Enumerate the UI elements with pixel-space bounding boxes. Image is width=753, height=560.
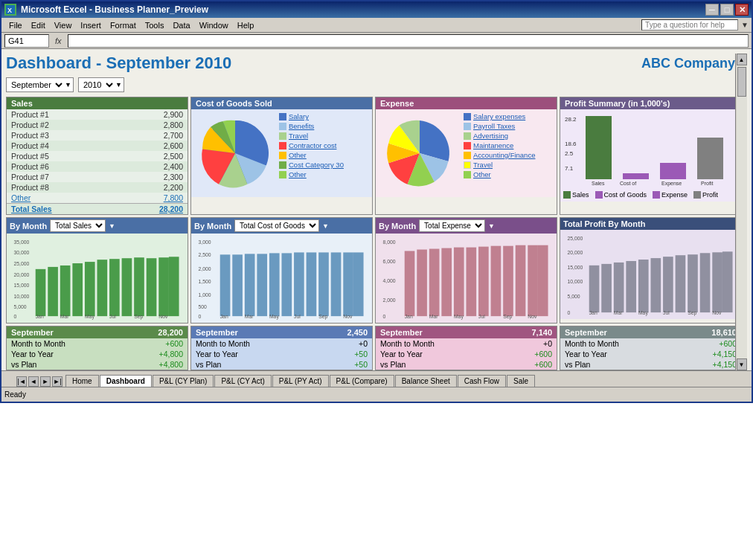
menu-format[interactable]: Format: [106, 20, 141, 30]
exp-legend-accounting[interactable]: Accounting/Finance: [464, 151, 535, 159]
svg-text:Sep: Sep: [318, 314, 327, 320]
legend-travel[interactable]: Travel: [279, 132, 344, 140]
exp-legend-salary[interactable]: Salary expenses: [464, 112, 535, 120]
cell-reference[interactable]: [4, 34, 49, 48]
sales-summary-row-2: Year to Year +4,800: [7, 349, 188, 359]
legend-other1[interactable]: Other: [279, 151, 344, 159]
svg-rect-54: [294, 252, 304, 316]
expense-summary-header: September 7,140: [376, 326, 557, 338]
help-area: ▼: [641, 19, 749, 30]
legend-contractor[interactable]: Contractor cost: [279, 141, 344, 149]
cogs-bar-chart-svg: 3,000 2,500 2,000 1,500 1,000 500 0: [194, 236, 369, 320]
tab-balance-sheet[interactable]: Balance Sheet: [395, 375, 457, 387]
by-month-sales-dropdown[interactable]: Total Sales: [50, 219, 106, 232]
cogs-chart-area-bar: 3,000 2,500 2,000 1,500 1,000 500 0: [191, 234, 372, 323]
svg-text:20,000: 20,000: [568, 250, 583, 255]
tab-pl-py-act[interactable]: P&L (PY Act): [272, 375, 329, 387]
legend-salary[interactable]: Salary: [279, 112, 344, 120]
legend-benefits[interactable]: Benefits: [279, 122, 344, 130]
help-input[interactable]: [641, 19, 738, 30]
tab-prev-button[interactable]: ◄: [28, 376, 39, 387]
svg-rect-25: [60, 265, 71, 316]
maximize-button[interactable]: □: [720, 4, 734, 16]
exp-legend-advertising[interactable]: Advertising: [464, 132, 535, 140]
by-month-cogs-panel: By Month Total Cost of Goods ▼ 3,000 2,5…: [190, 217, 373, 324]
svg-rect-33: [158, 257, 169, 316]
by-month-profit-label: Total Profit By Month: [563, 219, 645, 228]
menu-view[interactable]: View: [50, 20, 77, 30]
menu-file[interactable]: File: [4, 20, 27, 30]
svg-text:500: 500: [199, 304, 208, 309]
svg-text:Expense: Expense: [661, 181, 682, 187]
svg-text:Mar: Mar: [245, 314, 254, 319]
profit-summary-month: September: [565, 328, 607, 337]
svg-rect-75: [454, 248, 464, 317]
svg-rect-77: [478, 247, 489, 316]
tab-sale[interactable]: Sale: [507, 375, 535, 387]
svg-text:2,000: 2,000: [199, 266, 211, 271]
tab-home[interactable]: Home: [65, 375, 99, 387]
menu-insert[interactable]: Insert: [76, 20, 106, 30]
window-title: Microsoft Excel - Business Planner_Previ…: [21, 4, 208, 15]
profit-legend: Sales Cost of Goods Expense Profit: [563, 191, 735, 199]
year-select[interactable]: 201020092011: [79, 80, 115, 90]
exp-legend-travel[interactable]: Travel: [464, 161, 535, 169]
menu-tools[interactable]: Tools: [141, 20, 169, 30]
exp-legend-payroll[interactable]: Payroll Taxes: [464, 122, 535, 130]
vertical-scrollbar[interactable]: ▲ ▼: [735, 54, 747, 370]
by-month-profit-header: Total Profit By Month: [560, 218, 735, 230]
by-month-cogs-dropdown[interactable]: Total Cost of Goods: [234, 219, 319, 232]
cogs-panel: Cost of Goods Sold: [190, 97, 373, 215]
svg-text:May: May: [638, 310, 648, 316]
month-dropdown[interactable]: September JanuaryFebruaryMarch AprilMayJ…: [6, 77, 74, 92]
sales-row-2: Product #22,800: [7, 120, 188, 130]
tab-pl-cy-act[interactable]: P&L (CY Act): [214, 375, 271, 387]
cogs-chart-area: Salary Benefits Travel Contractor cost O…: [191, 109, 372, 197]
year-dropdown[interactable]: 201020092011 ▼: [78, 77, 124, 92]
sales-panel: Sales Product #12,900 Product #22,800 Pr…: [6, 97, 188, 215]
scroll-up-button[interactable]: ▲: [737, 54, 747, 65]
tab-cash-flow[interactable]: Cash Flow: [458, 375, 506, 387]
svg-rect-9: [660, 163, 686, 179]
tab-navigation: |◄ ◄ ► ►|: [16, 376, 63, 387]
svg-rect-58: [343, 252, 353, 316]
tab-first-button[interactable]: |◄: [16, 376, 27, 387]
tab-next-button[interactable]: ►: [40, 376, 51, 387]
exp-legend-maintenance[interactable]: Maintanence: [464, 141, 535, 149]
profit-legend-sales: Sales: [563, 191, 589, 199]
by-month-expense-dropdown[interactable]: Total Expense: [419, 219, 485, 232]
sales-label-7: Product #7: [11, 173, 49, 181]
cogs-summary-row-1: Month to Month +0: [191, 338, 372, 349]
sales-val-3: 2,700: [164, 131, 183, 140]
cogs-summary-row-2: Year to Year +50: [191, 349, 372, 359]
tab-dashboard[interactable]: Dashboard: [100, 375, 152, 387]
svg-text:Sep: Sep: [134, 314, 143, 320]
svg-text:Jan: Jan: [405, 314, 413, 319]
svg-text:25,000: 25,000: [568, 236, 583, 241]
tab-pl-cy-plan[interactable]: P&L (CY Plan): [153, 375, 214, 387]
cogs-summary-month: September: [196, 328, 238, 337]
menu-help[interactable]: Help: [233, 20, 259, 30]
legend-other2[interactable]: Other: [279, 170, 344, 178]
menu-data[interactable]: Data: [168, 20, 194, 30]
svg-text:6,000: 6,000: [383, 259, 396, 264]
menu-edit[interactable]: Edit: [27, 20, 50, 30]
legend-costcat30[interactable]: Cost Category 30: [279, 161, 344, 169]
tab-pl-compare[interactable]: P&L (Compare): [330, 375, 394, 387]
scroll-thumb[interactable]: [737, 67, 746, 97]
close-button[interactable]: ✕: [735, 4, 749, 16]
minimize-button[interactable]: ─: [705, 4, 719, 16]
svg-text:Nov: Nov: [158, 314, 168, 319]
svg-text:X: X: [7, 7, 12, 14]
menu-window[interactable]: Window: [195, 20, 233, 30]
svg-text:10,000: 10,000: [14, 294, 30, 299]
exp-legend-other[interactable]: Other: [464, 170, 535, 178]
svg-rect-32: [147, 258, 157, 316]
tab-last-button[interactable]: ►|: [52, 376, 63, 387]
month-select[interactable]: September JanuaryFebruaryMarch AprilMayJ…: [7, 80, 65, 90]
cogs-legend: Salary Benefits Travel Contractor cost O…: [279, 112, 344, 194]
fx-label: fx: [52, 36, 65, 45]
formula-input[interactable]: [68, 34, 749, 48]
scroll-down-button[interactable]: ▼: [737, 358, 747, 370]
svg-rect-104: [700, 253, 711, 312]
